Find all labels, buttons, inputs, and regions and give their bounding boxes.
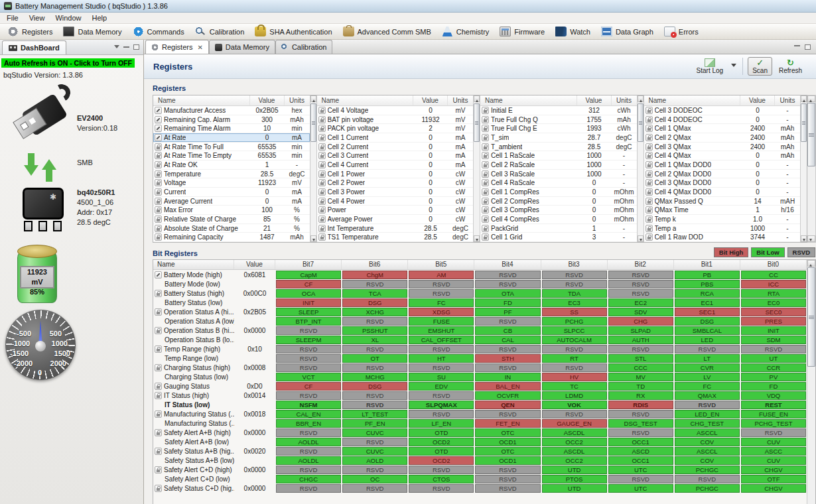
- register-row-cell-1-power[interactable]: Cell 1 Power0cW: [317, 170, 474, 179]
- minimize-view-icon[interactable]: [123, 46, 129, 48]
- bit-column-header-bit1[interactable]: Bit1: [674, 260, 740, 269]
- bit-register-row-it-status-low[interactable]: IT Status (low)NSFMRSVDSLPQMAXQENVOKRDIS…: [153, 400, 807, 409]
- registers-pane-scrollbar[interactable]: [637, 95, 644, 242]
- tab-data-memory[interactable]: Data Memory: [209, 40, 275, 54]
- register-row-cell-2-rascale[interactable]: Cell 2 RaScale1000-: [480, 160, 637, 170]
- register-row-absolute-state-of-charge[interactable]: Absolute State of Charge21%: [153, 224, 310, 233]
- toolbar-commands-button[interactable]: Commands: [128, 25, 190, 39]
- bit-column-header-bit0[interactable]: Bit0: [740, 260, 807, 269]
- column-header-units[interactable]: Units: [448, 95, 473, 105]
- register-row-cell-2-compres[interactable]: Cell 2 CompRes0mOhm: [480, 197, 637, 206]
- toolbar-data-graph-button[interactable]: Data Graph: [596, 25, 659, 39]
- register-row-cell-1-raw-dod[interactable]: Cell 1 Raw DOD3744-: [644, 233, 801, 242]
- register-row-cell-3-rascale[interactable]: Cell 3 RaScale1000-: [480, 170, 637, 179]
- column-header-units[interactable]: Units: [285, 95, 310, 105]
- register-row-cell-1-qmax[interactable]: Cell 1 QMax2400mAh: [644, 124, 801, 133]
- register-row-t-sim[interactable]: T_sim28.7degC: [480, 133, 637, 143]
- bit-register-row-safety-alert-c-d-low[interactable]: Safety Alert C+D (low)CHGCOCCTOSRSVDPTOS…: [153, 474, 807, 483]
- toolbar-data-memory-button[interactable]: Data Memory: [58, 25, 127, 39]
- register-row-cell-3-dodeoc[interactable]: Cell 3 DODEOC0-: [644, 106, 801, 115]
- register-row-cell-3-qmax-dod0[interactable]: Cell 3 QMax DOD00-: [644, 178, 801, 188]
- bit-registers-scrollbar[interactable]: [807, 260, 815, 504]
- register-row-temp-a[interactable]: Temp a1000-: [644, 224, 801, 233]
- register-row-power[interactable]: Power0cW: [317, 206, 474, 215]
- auto-refresh-banner[interactable]: Auto Refresh is ON - Click to Turn OFF: [1, 58, 135, 68]
- bit-column-header-value[interactable]: Value: [234, 260, 275, 269]
- register-row-cell-4-rascale[interactable]: Cell 4 RaScale0-: [480, 178, 637, 188]
- registers-pane-scrollbar[interactable]: [800, 95, 807, 242]
- register-row-current[interactable]: Current0mA: [153, 188, 310, 197]
- register-row-t-ambient[interactable]: T_ambient28.5degC: [480, 143, 637, 152]
- register-row-cell-4-qmax-dod0[interactable]: Cell 4 QMax DOD00-: [644, 188, 801, 197]
- register-row-cell-3-compres[interactable]: Cell 3 CompRes0mOhm: [480, 206, 637, 215]
- column-header-value[interactable]: Value: [250, 95, 285, 105]
- register-row-cell-1-grid[interactable]: Cell 1 Grid3-: [480, 233, 637, 242]
- bit-register-row-safety-alert-a-b-high[interactable]: Safety Alert A+B (high)0x0000RSVDCUVCOTD…: [153, 428, 807, 437]
- close-tab-icon[interactable]: ✕: [197, 44, 202, 51]
- column-header-value[interactable]: Value: [740, 95, 775, 105]
- register-row-qmax-time[interactable]: QMax Time1h/16: [644, 206, 801, 215]
- toolbar-firmware-button[interactable]: Firmware: [495, 25, 551, 39]
- register-row-pack-pin-voltage[interactable]: PACK pin voltage2mV: [317, 124, 474, 133]
- bit-register-row-manufacturing-status[interactable]: Manufacturing Status (...0x0018CAL_ENLT_…: [153, 409, 807, 418]
- column-header-units[interactable]: Units: [612, 95, 637, 105]
- register-row-cell-3-power[interactable]: Cell 3 Power0cW: [317, 188, 474, 197]
- column-header-name[interactable]: Name: [480, 95, 577, 105]
- bit-register-row-operation-status-b-hi[interactable]: Operation Status B (hi...0x0000RSVDPSSHU…: [153, 326, 807, 335]
- column-header-name[interactable]: Name: [153, 95, 250, 105]
- bit-register-row-safety-status-a-b-hig[interactable]: Safety Status A+B (hig...0x0020RSVDCUVCO…: [153, 446, 807, 456]
- bit-register-row-safety-alert-a-b-low[interactable]: Safety Alert A+B (low)AOLDLRSVDOCD2OCD1O…: [153, 437, 807, 446]
- bit-register-row-safety-status-a-b-low[interactable]: Safety Status A+B (low)AOLDLAOLDOCD2OCD1…: [153, 456, 807, 465]
- bit-column-header-bit4[interactable]: Bit4: [474, 260, 541, 269]
- bit-register-row-gauging-status[interactable]: Gauging Status0xD0CFDSGEDVBAL_ENTCTDFCFD: [153, 381, 807, 391]
- register-row-cell-2-power[interactable]: Cell 2 Power0cW: [317, 178, 474, 188]
- start-log-dropdown-icon[interactable]: [731, 64, 736, 70]
- maximize-editor-icon[interactable]: [805, 44, 811, 50]
- register-row-average-power[interactable]: Average Power0cW: [317, 215, 474, 224]
- register-row-cell-2-qmax[interactable]: Cell 2 QMax2400mAh: [644, 133, 801, 143]
- register-row-remaining-capacity[interactable]: Remaining Capacity1487mAh: [153, 233, 310, 242]
- bit-register-row-operation-status-a-low[interactable]: Operation Status A (low)BTP_INTRSVDFUSER…: [153, 316, 807, 326]
- toolbar-advanced-comm-smb-button[interactable]: Advanced Comm SMB: [338, 25, 437, 39]
- toolbar-calibration-button[interactable]: Calibration: [190, 25, 251, 39]
- register-row-cell-4-qmax[interactable]: Cell 4 QMax0mAh: [644, 151, 801, 160]
- tab-calibration[interactable]: Calibration: [275, 40, 333, 54]
- register-row-packgrid[interactable]: PackGrid1-: [480, 224, 637, 233]
- menu-window[interactable]: Window: [50, 13, 86, 23]
- bit-register-row-temp-range-high[interactable]: Temp Range (high)0x10RSVDRSVDRSVDRSVDRSV…: [153, 344, 807, 353]
- register-row-remaining-time-alarm[interactable]: Remaining Time Alarm10min: [153, 124, 310, 133]
- bit-register-row-safety-alert-c-d-high[interactable]: Safety Alert C+D (high)0x0000RSVDRSVDRSV…: [153, 465, 807, 474]
- column-header-units[interactable]: Units: [775, 95, 800, 105]
- toolbar-errors-button[interactable]: Errors: [659, 25, 705, 39]
- tab-registers[interactable]: Registers✕: [145, 40, 209, 54]
- column-header-value[interactable]: Value: [577, 95, 612, 105]
- bit-register-row-it-status-high[interactable]: IT Status (high)0x0014RSVDRSVDRSVDOCVFRL…: [153, 391, 807, 400]
- bit-register-row-safety-status-c-d-hig[interactable]: Safety Status C+D (hig...0x0000RSVDRSVDR…: [153, 483, 807, 493]
- register-row-cell-2-qmax-dod0[interactable]: Cell 2 QMax DOD00-: [644, 170, 801, 179]
- register-row-temperature[interactable]: Temperature28.5degC: [153, 170, 310, 179]
- register-row-initial-e[interactable]: Initial E312cWh: [480, 106, 637, 115]
- register-row-cell-4-compres[interactable]: Cell 4 CompRes0mOhm: [480, 215, 637, 224]
- toolbar-sha-authentication-button[interactable]: SHA Authentication: [250, 25, 338, 39]
- column-header-name[interactable]: Name: [317, 95, 414, 105]
- refresh-button[interactable]: ↻ Refresh: [774, 57, 807, 76]
- registers-outer-scrollbar[interactable]: [807, 95, 816, 243]
- register-row-voltage[interactable]: Voltage11923mV: [153, 178, 310, 188]
- register-row-cell-4-dodeoc[interactable]: Cell 4 DODEOC0-: [644, 115, 801, 125]
- menu-file[interactable]: File: [1, 13, 24, 23]
- bit-register-row-operation-status-b-lo[interactable]: Operation Status B (lo...SLEEPMXLCAL_OFF…: [153, 335, 807, 344]
- register-row-cell-4-current[interactable]: Cell 4 Current0mA: [317, 160, 474, 170]
- column-header-value[interactable]: Value: [413, 95, 448, 105]
- bit-column-header-bit3[interactable]: Bit3: [541, 260, 608, 269]
- bit-register-row-battery-status-low[interactable]: Battery Status (low)INITDSGFCFDEC3EC2EC1…: [153, 298, 807, 307]
- tab-dashboard[interactable]: DashBoard: [2, 40, 66, 54]
- toolbar-chemistry-button[interactable]: Chemistry: [437, 25, 496, 39]
- register-row-at-rate-ok[interactable]: At Rate OK1-: [153, 160, 310, 170]
- register-row-ts1-temperature[interactable]: TS1 Temperature28.5degC: [317, 233, 474, 242]
- bit-register-row-battery-mode-low[interactable]: Battery Mode (low)CFRSVDRSVDRSVDRSVDRSVD…: [153, 279, 807, 288]
- bit-register-row-battery-status-high[interactable]: Battery Status (high)0x00C0OCATCARSVDOTA…: [153, 288, 807, 298]
- registers-pane-scrollbar[interactable]: [473, 95, 480, 242]
- register-row-bat-pin-voltage[interactable]: BAT pin voltage11932mV: [317, 115, 474, 125]
- register-row-at-rate[interactable]: At Rate0mA: [153, 133, 310, 143]
- minimize-editor-icon[interactable]: [794, 44, 800, 46]
